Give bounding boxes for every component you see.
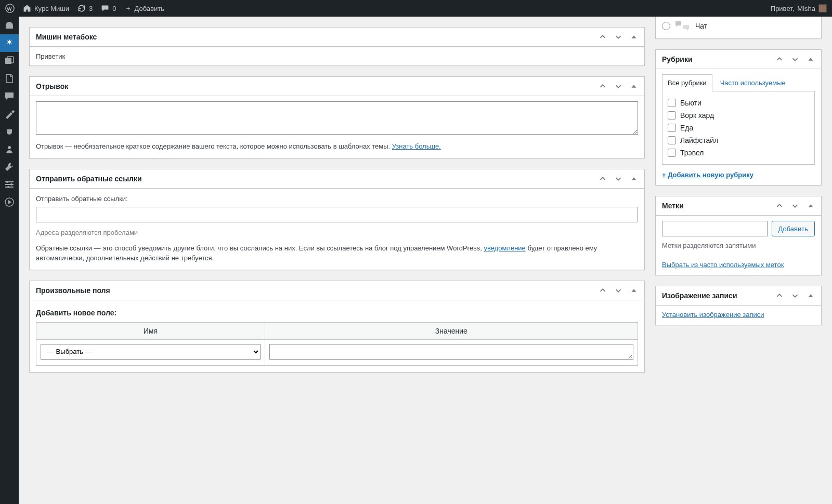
metabox-custom-content: Приветик xyxy=(30,47,644,65)
category-checkbox[interactable] xyxy=(668,136,676,144)
move-up-button[interactable] xyxy=(596,31,609,43)
excerpt-textarea[interactable] xyxy=(36,101,638,135)
svg-point-9 xyxy=(7,186,9,188)
menu-appearance[interactable] xyxy=(0,105,19,123)
move-down-button[interactable] xyxy=(789,289,801,302)
admin-toolbar: Курс Миши 3 0 ＋ Добавить Привет, Misha xyxy=(0,0,832,17)
svg-marker-11 xyxy=(8,200,11,204)
category-item: Бьюти xyxy=(668,97,809,109)
move-down-button[interactable] xyxy=(612,80,625,92)
category-checkbox[interactable] xyxy=(668,111,676,120)
move-down-button[interactable] xyxy=(612,173,625,185)
custom-fields-value-textarea[interactable] xyxy=(269,344,633,360)
svg-point-3 xyxy=(8,146,11,149)
toggle-button[interactable] xyxy=(628,80,640,92)
custom-fields-col-name: Имя xyxy=(36,322,265,339)
side-featured-image: Изображение записи Установить изображени… xyxy=(655,286,822,325)
menu-dashboard[interactable] xyxy=(0,17,19,34)
trackbacks-input[interactable] xyxy=(36,207,638,222)
chat-icon xyxy=(674,20,691,32)
menu-users[interactable] xyxy=(0,140,19,158)
svg-marker-14 xyxy=(632,177,636,180)
svg-marker-13 xyxy=(632,85,636,87)
move-down-button[interactable] xyxy=(612,284,625,297)
move-up-button[interactable] xyxy=(773,200,786,212)
svg-marker-15 xyxy=(632,289,636,291)
category-checkbox[interactable] xyxy=(668,149,676,157)
menu-media[interactable] xyxy=(0,52,19,70)
custom-fields-col-value: Значение xyxy=(265,322,638,339)
move-up-button[interactable] xyxy=(773,289,786,302)
categories-tab-all[interactable]: Все рубрики xyxy=(662,74,712,91)
toggle-button[interactable] xyxy=(628,173,640,185)
menu-comments[interactable] xyxy=(0,87,19,105)
side-categories: Рубрики Все рубрики Часто используемые xyxy=(655,49,822,185)
metabox-custom-fields-title: Произвольные поля xyxy=(30,281,596,300)
category-checkbox[interactable] xyxy=(668,124,676,132)
side-featured-image-title: Изображение записи xyxy=(656,286,773,305)
category-item: Трэвел xyxy=(668,147,809,159)
plus-icon: ＋ xyxy=(125,4,132,13)
set-featured-image-link[interactable]: Установить изображение записи xyxy=(662,311,764,319)
metabox-excerpt: Отрывок Отрывок — необязательное краткое… xyxy=(29,76,645,158)
move-up-button[interactable] xyxy=(596,80,609,92)
excerpt-desc: Отрывок — необязательное краткое содержа… xyxy=(36,142,392,150)
svg-point-7 xyxy=(6,181,8,183)
site-name-link[interactable]: Курс Миши xyxy=(23,4,69,12)
menu-pages[interactable] xyxy=(0,70,19,87)
svg-marker-16 xyxy=(809,58,813,60)
toggle-button[interactable] xyxy=(628,31,640,43)
move-up-button[interactable] xyxy=(773,53,786,65)
custom-fields-heading: Добавить новое поле: xyxy=(36,306,638,322)
comments-link[interactable]: 0 xyxy=(101,4,116,12)
menu-tools[interactable] xyxy=(0,158,19,176)
toggle-button[interactable] xyxy=(804,200,817,212)
svg-marker-12 xyxy=(632,35,636,38)
my-account[interactable]: Привет, Misha xyxy=(771,4,827,12)
move-up-button[interactable] xyxy=(596,284,609,297)
popular-tags-link[interactable]: Выбрать из часто используемых меток xyxy=(662,261,784,269)
comments-count: 0 xyxy=(112,5,116,12)
custom-fields-name-select[interactable]: — Выбрать — xyxy=(41,344,261,360)
move-up-button[interactable] xyxy=(596,173,609,185)
move-down-button[interactable] xyxy=(789,200,801,212)
category-checkbox[interactable] xyxy=(668,99,676,107)
side-categories-title: Рубрики xyxy=(656,50,773,69)
menu-posts[interactable] xyxy=(0,34,19,52)
tags-input[interactable] xyxy=(662,221,768,236)
add-tag-button[interactable]: Добавить xyxy=(772,221,815,236)
metabox-excerpt-title: Отрывок xyxy=(30,77,596,96)
menu-misc[interactable] xyxy=(0,193,19,211)
updates-link[interactable]: 3 xyxy=(77,4,93,12)
categories-tab-popular[interactable]: Часто используемые xyxy=(714,74,791,91)
trackbacks-desc-prefix: Обратные ссылки — это способ уведомить д… xyxy=(36,244,484,252)
custom-fields-table: Имя Значение — Выбрать — xyxy=(36,322,638,366)
add-new-link[interactable]: ＋ Добавить xyxy=(125,4,164,13)
toggle-button[interactable] xyxy=(804,289,817,302)
trackbacks-link[interactable]: уведомление xyxy=(484,244,525,252)
menu-settings[interactable] xyxy=(0,176,19,193)
metabox-custom-title: Мишин метабокс xyxy=(30,28,596,46)
categories-list: Бьюти Ворк хард Еда Лайфстайл Трэвел xyxy=(668,97,809,159)
toggle-button[interactable] xyxy=(804,53,817,65)
move-down-button[interactable] xyxy=(789,53,801,65)
category-item: Ворк хард xyxy=(668,109,809,122)
username-text: Misha xyxy=(797,5,815,12)
svg-marker-17 xyxy=(809,204,813,207)
metabox-custom: Мишин метабокс Приветик xyxy=(29,27,645,66)
site-name-text: Курс Миши xyxy=(34,5,69,12)
trackbacks-separator-desc: Адреса разделяются пробелами xyxy=(36,228,638,238)
menu-plugins[interactable] xyxy=(0,123,19,140)
user-avatar xyxy=(818,4,827,12)
side-format-box-fragment: Чат xyxy=(655,17,822,39)
toggle-button[interactable] xyxy=(628,284,640,297)
format-chat-radio[interactable] xyxy=(662,22,670,30)
add-new-text: Добавить xyxy=(135,5,164,12)
updates-count: 3 xyxy=(89,5,93,12)
tags-desc: Метки разделяются запятыми xyxy=(662,242,815,249)
excerpt-learn-more-link[interactable]: Узнать больше. xyxy=(392,142,441,150)
add-category-link[interactable]: + Добавить новую рубрику xyxy=(662,171,753,179)
wp-logo[interactable] xyxy=(5,4,15,13)
side-tags-title: Метки xyxy=(656,196,773,215)
move-down-button[interactable] xyxy=(612,31,625,43)
